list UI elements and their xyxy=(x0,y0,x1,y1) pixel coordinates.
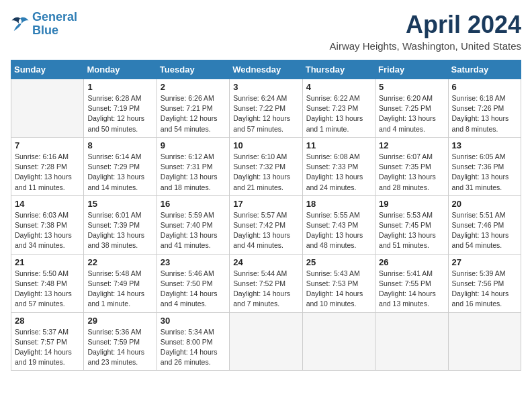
day-number: 16 xyxy=(161,199,226,209)
logo-subtext: Blue xyxy=(32,24,77,38)
cell-info: Sunrise: 5:55 AM Sunset: 7:43 PM Dayligh… xyxy=(306,210,371,251)
logo-text: General xyxy=(32,11,77,24)
cell-info: Sunrise: 5:59 AM Sunset: 7:40 PM Dayligh… xyxy=(161,210,226,251)
calendar-cell xyxy=(375,312,448,371)
calendar-cell: 16Sunrise: 5:59 AM Sunset: 7:40 PM Dayli… xyxy=(157,195,229,254)
cell-info: Sunrise: 6:01 AM Sunset: 7:39 PM Dayligh… xyxy=(87,210,152,251)
cell-info: Sunrise: 6:28 AM Sunset: 7:19 PM Dayligh… xyxy=(87,93,152,134)
cell-info: Sunrise: 6:24 AM Sunset: 7:22 PM Dayligh… xyxy=(233,93,298,134)
calendar-cell: 13Sunrise: 6:05 AM Sunset: 7:36 PM Dayli… xyxy=(448,137,521,195)
cell-info: Sunrise: 5:48 AM Sunset: 7:49 PM Dayligh… xyxy=(87,269,152,310)
calendar-cell: 23Sunrise: 5:46 AM Sunset: 7:50 PM Dayli… xyxy=(157,254,229,312)
cell-info: Sunrise: 6:22 AM Sunset: 7:23 PM Dayligh… xyxy=(306,93,371,134)
day-number: 29 xyxy=(87,316,152,326)
calendar-cell: 3Sunrise: 6:24 AM Sunset: 7:22 PM Daylig… xyxy=(230,79,302,138)
day-number: 6 xyxy=(452,82,517,92)
calendar-cell: 30Sunrise: 5:34 AM Sunset: 8:00 PM Dayli… xyxy=(157,312,229,371)
logo-icon xyxy=(11,16,30,32)
cell-info: Sunrise: 6:03 AM Sunset: 7:38 PM Dayligh… xyxy=(15,210,80,251)
week-row-1: 1Sunrise: 6:28 AM Sunset: 7:19 PM Daylig… xyxy=(11,79,521,138)
weekday-header-thursday: Thursday xyxy=(302,60,375,79)
cell-info: Sunrise: 5:41 AM Sunset: 7:55 PM Dayligh… xyxy=(379,269,444,310)
weekday-header-saturday: Saturday xyxy=(448,60,521,79)
week-row-3: 14Sunrise: 6:03 AM Sunset: 7:38 PM Dayli… xyxy=(11,195,521,254)
calendar-cell: 15Sunrise: 6:01 AM Sunset: 7:39 PM Dayli… xyxy=(84,195,157,254)
cell-info: Sunrise: 5:53 AM Sunset: 7:45 PM Dayligh… xyxy=(379,210,444,251)
calendar-cell: 21Sunrise: 5:50 AM Sunset: 7:48 PM Dayli… xyxy=(11,254,84,312)
cell-info: Sunrise: 5:39 AM Sunset: 7:56 PM Dayligh… xyxy=(452,269,517,310)
day-number: 23 xyxy=(161,257,226,267)
weekday-header-wednesday: Wednesday xyxy=(230,60,302,79)
day-number: 4 xyxy=(306,82,371,92)
location-text: Airway Heights, Washington, United State… xyxy=(330,40,521,52)
week-row-2: 7Sunrise: 6:16 AM Sunset: 7:28 PM Daylig… xyxy=(11,137,521,195)
calendar-cell: 20Sunrise: 5:51 AM Sunset: 7:46 PM Dayli… xyxy=(448,195,521,254)
day-number: 22 xyxy=(87,257,152,267)
calendar-cell: 5Sunrise: 6:20 AM Sunset: 7:25 PM Daylig… xyxy=(375,79,448,138)
calendar-cell xyxy=(11,79,84,138)
day-number: 8 xyxy=(87,140,152,150)
day-number: 12 xyxy=(379,140,444,150)
cell-info: Sunrise: 6:07 AM Sunset: 7:35 PM Dayligh… xyxy=(379,152,444,193)
week-row-5: 28Sunrise: 5:37 AM Sunset: 7:57 PM Dayli… xyxy=(11,312,521,371)
day-number: 24 xyxy=(233,257,298,267)
calendar-cell: 11Sunrise: 6:08 AM Sunset: 7:33 PM Dayli… xyxy=(302,137,375,195)
day-number: 10 xyxy=(233,140,298,150)
calendar-cell: 24Sunrise: 5:44 AM Sunset: 7:52 PM Dayli… xyxy=(230,254,302,312)
day-number: 18 xyxy=(306,199,371,209)
day-number: 5 xyxy=(379,82,444,92)
calendar-cell: 14Sunrise: 6:03 AM Sunset: 7:38 PM Dayli… xyxy=(11,195,84,254)
calendar-cell: 22Sunrise: 5:48 AM Sunset: 7:49 PM Dayli… xyxy=(84,254,157,312)
day-number: 30 xyxy=(161,316,226,326)
day-number: 20 xyxy=(452,199,517,209)
calendar-cell: 10Sunrise: 6:10 AM Sunset: 7:32 PM Dayli… xyxy=(230,137,302,195)
cell-info: Sunrise: 5:57 AM Sunset: 7:42 PM Dayligh… xyxy=(233,210,298,251)
calendar-cell: 18Sunrise: 5:55 AM Sunset: 7:43 PM Dayli… xyxy=(302,195,375,254)
calendar-cell: 9Sunrise: 6:12 AM Sunset: 7:31 PM Daylig… xyxy=(157,137,229,195)
day-number: 14 xyxy=(15,199,80,209)
day-number: 26 xyxy=(379,257,444,267)
calendar-cell: 4Sunrise: 6:22 AM Sunset: 7:23 PM Daylig… xyxy=(302,79,375,138)
calendar-cell: 8Sunrise: 6:14 AM Sunset: 7:29 PM Daylig… xyxy=(84,137,157,195)
calendar-cell: 27Sunrise: 5:39 AM Sunset: 7:56 PM Dayli… xyxy=(448,254,521,312)
logo: General Blue xyxy=(11,11,77,38)
weekday-header-row: SundayMondayTuesdayWednesdayThursdayFrid… xyxy=(11,60,521,79)
weekday-header-friday: Friday xyxy=(375,60,448,79)
calendar-table: SundayMondayTuesdayWednesdayThursdayFrid… xyxy=(11,60,521,371)
calendar-cell xyxy=(448,312,521,371)
calendar-cell xyxy=(230,312,302,371)
day-number: 15 xyxy=(87,199,152,209)
day-number: 2 xyxy=(161,82,226,92)
day-number: 9 xyxy=(161,140,226,150)
cell-info: Sunrise: 5:46 AM Sunset: 7:50 PM Dayligh… xyxy=(161,269,226,310)
day-number: 27 xyxy=(452,257,517,267)
day-number: 21 xyxy=(15,257,80,267)
calendar-cell xyxy=(302,312,375,371)
day-number: 17 xyxy=(233,199,298,209)
cell-info: Sunrise: 6:12 AM Sunset: 7:31 PM Dayligh… xyxy=(161,152,226,193)
cell-info: Sunrise: 5:34 AM Sunset: 8:00 PM Dayligh… xyxy=(161,327,226,368)
day-number: 1 xyxy=(87,82,152,92)
week-row-4: 21Sunrise: 5:50 AM Sunset: 7:48 PM Dayli… xyxy=(11,254,521,312)
cell-info: Sunrise: 6:26 AM Sunset: 7:21 PM Dayligh… xyxy=(161,93,226,134)
cell-info: Sunrise: 6:20 AM Sunset: 7:25 PM Dayligh… xyxy=(379,93,444,134)
cell-info: Sunrise: 6:14 AM Sunset: 7:29 PM Dayligh… xyxy=(87,152,152,193)
month-title: April 2024 xyxy=(330,11,521,39)
calendar-cell: 17Sunrise: 5:57 AM Sunset: 7:42 PM Dayli… xyxy=(230,195,302,254)
calendar-cell: 7Sunrise: 6:16 AM Sunset: 7:28 PM Daylig… xyxy=(11,137,84,195)
weekday-header-monday: Monday xyxy=(84,60,157,79)
calendar-cell: 1Sunrise: 6:28 AM Sunset: 7:19 PM Daylig… xyxy=(84,79,157,138)
cell-info: Sunrise: 5:36 AM Sunset: 7:59 PM Dayligh… xyxy=(87,327,152,368)
day-number: 13 xyxy=(452,140,517,150)
day-number: 25 xyxy=(306,257,371,267)
page-header: General Blue April 2024 Airway Heights, … xyxy=(11,11,521,52)
day-number: 3 xyxy=(233,82,298,92)
cell-info: Sunrise: 6:05 AM Sunset: 7:36 PM Dayligh… xyxy=(452,152,517,193)
calendar-cell: 19Sunrise: 5:53 AM Sunset: 7:45 PM Dayli… xyxy=(375,195,448,254)
cell-info: Sunrise: 6:18 AM Sunset: 7:26 PM Dayligh… xyxy=(452,93,517,134)
cell-info: Sunrise: 5:37 AM Sunset: 7:57 PM Dayligh… xyxy=(15,327,80,368)
cell-info: Sunrise: 6:16 AM Sunset: 7:28 PM Dayligh… xyxy=(15,152,80,193)
cell-info: Sunrise: 6:10 AM Sunset: 7:32 PM Dayligh… xyxy=(233,152,298,193)
cell-info: Sunrise: 5:43 AM Sunset: 7:53 PM Dayligh… xyxy=(306,269,371,310)
calendar-cell: 12Sunrise: 6:07 AM Sunset: 7:35 PM Dayli… xyxy=(375,137,448,195)
